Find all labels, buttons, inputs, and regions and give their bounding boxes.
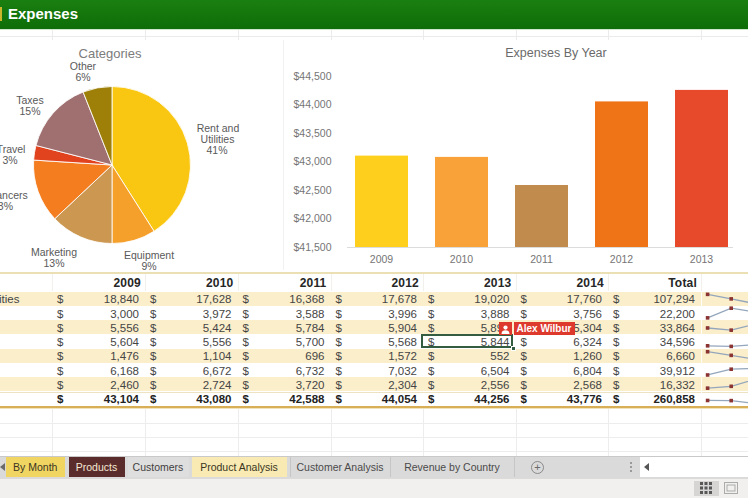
svg-text:$43,500: $43,500 <box>294 127 332 139</box>
svg-text:$44,500: $44,500 <box>294 70 332 82</box>
svg-text:13%: 13% <box>0 200 13 212</box>
svg-text:$43,000: $43,000 <box>294 155 332 167</box>
svg-text:15%: 15% <box>19 105 40 117</box>
svg-text:Categories: Categories <box>79 46 142 61</box>
svg-text:2012: 2012 <box>610 253 634 265</box>
svg-text:2011: 2011 <box>530 253 553 265</box>
svg-text:$41,500: $41,500 <box>294 241 332 253</box>
svg-text:9%: 9% <box>141 260 156 271</box>
svg-text:$42,000: $42,000 <box>294 212 332 224</box>
svg-text:6%: 6% <box>75 71 90 83</box>
svg-text:13%: 13% <box>43 257 64 269</box>
svg-text:$42,500: $42,500 <box>294 184 332 196</box>
svg-text:Expenses By Year: Expenses By Year <box>505 46 606 60</box>
svg-text:41%: 41% <box>206 144 227 156</box>
svg-text:2009: 2009 <box>370 253 394 265</box>
svg-text:$44,000: $44,000 <box>294 98 332 110</box>
svg-text:3%: 3% <box>2 154 17 166</box>
svg-text:2010: 2010 <box>450 253 474 265</box>
svg-text:Freelancers: Freelancers <box>0 189 28 201</box>
svg-text:2013: 2013 <box>690 253 714 265</box>
